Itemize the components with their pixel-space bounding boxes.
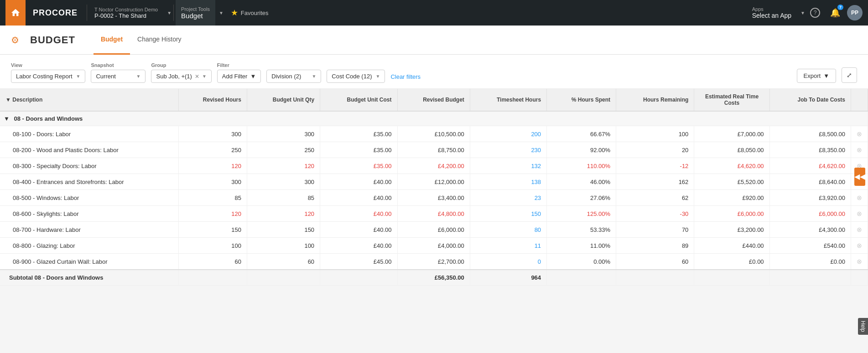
cell-revised-hours: 60: [178, 254, 247, 270]
cell-job-to-date: £4,620.00: [769, 158, 851, 174]
row-remove-button[interactable]: ⊗: [857, 242, 862, 249]
cell-budget-unit-cost: £40.00: [320, 222, 397, 238]
scroll-left-button[interactable]: ◀◀: [854, 168, 865, 186]
favourites-button[interactable]: ★ Favourites: [223, 8, 276, 18]
cell-estimated-real-time: £5,520.00: [694, 174, 769, 190]
group-select-value: Sub Job, +(1): [156, 73, 192, 80]
cell-revised-hours: 300: [178, 174, 247, 190]
home-button[interactable]: [5, 0, 26, 26]
cell-estimated-real-time: £920.00: [694, 190, 769, 206]
fullscreen-button[interactable]: ⤢: [842, 67, 857, 83]
cell-hours-remaining: 89: [616, 238, 694, 254]
group-select[interactable]: Sub Job, +(1) ✕ ▼: [151, 70, 211, 83]
cell-row-action: ⊗: [851, 238, 868, 254]
subtotal-pct: [547, 270, 616, 286]
cell-timesheet-hours: 80: [470, 222, 546, 238]
cell-revised-budget: £8,750.00: [397, 142, 470, 158]
cell-budget-unit-cost: £35.00: [320, 142, 397, 158]
cell-job-to-date: £8,500.00: [769, 126, 851, 142]
export-arrow: ▼: [823, 72, 829, 79]
subtotal-hours-remaining: [616, 270, 694, 286]
cell-budget-unit-qty: 250: [247, 142, 320, 158]
cell-pct-hours-spent: 66.67%: [547, 126, 616, 142]
cell-budget-unit-cost: £40.00: [320, 174, 397, 190]
cell-budget-unit-qty: 85: [247, 190, 320, 206]
apps-dropdown-arrow[interactable]: ▼: [800, 10, 805, 15]
tools-dropdown-arrow[interactable]: ▼: [219, 10, 223, 15]
cost-code-filter-value: Cost Code (12): [332, 73, 372, 80]
cell-revised-hours: 250: [178, 142, 247, 158]
cost-code-filter[interactable]: Cost Code (12) ▼: [327, 70, 385, 83]
cell-budget-unit-cost: £40.00: [320, 190, 397, 206]
row-remove-button[interactable]: ⊗: [857, 210, 862, 217]
toolbar: View Labor Costing Report ▼ Snapshot Cur…: [0, 55, 868, 89]
budget-table: ▼ Description Revised Hours Budget Unit …: [0, 89, 868, 286]
cell-revised-hours: 100: [178, 238, 247, 254]
row-remove-button[interactable]: ⊗: [857, 146, 862, 153]
collapse-icon[interactable]: ▼: [4, 115, 10, 122]
question-icon: ?: [810, 8, 820, 18]
subtotal-timesheet-hours: 964: [470, 270, 546, 286]
cell-estimated-real-time: £6,000.00: [694, 206, 769, 222]
cost-code-dropdown-arrow: ▼: [375, 74, 380, 79]
row-remove-button[interactable]: ⊗: [857, 194, 862, 201]
filter-label: Filter: [217, 62, 261, 68]
col-timesheet-hours: Timesheet Hours: [470, 89, 546, 111]
row-remove-button[interactable]: ⊗: [857, 226, 862, 233]
cell-job-to-date: £8,640.00: [769, 174, 851, 190]
help-button[interactable]: ?: [807, 5, 823, 21]
cell-estimated-real-time: £8,050.00: [694, 142, 769, 158]
cell-revised-budget: £2,700.00: [397, 254, 470, 270]
row-remove-button[interactable]: ⊗: [857, 258, 862, 265]
gear-icon: ⚙: [11, 35, 19, 46]
tab-change-history[interactable]: Change History: [130, 26, 189, 55]
view-select[interactable]: Labor Costing Report ▼: [11, 70, 85, 83]
cell-estimated-real-time: £440.00: [694, 238, 769, 254]
cell-hours-remaining: -30: [616, 206, 694, 222]
row-remove-button[interactable]: ⊗: [857, 130, 862, 138]
add-filter-button[interactable]: Add Filter ▼: [217, 70, 261, 83]
group-clear-icon[interactable]: ✕: [195, 73, 199, 80]
cell-budget-unit-cost: £40.00: [320, 238, 397, 254]
subtotal-budget-qty: [247, 270, 320, 286]
project-dropdown-arrow[interactable]: ▼: [167, 10, 172, 15]
tab-budget[interactable]: Budget: [94, 26, 130, 55]
export-button[interactable]: Export ▼: [797, 69, 836, 83]
cell-revised-hours: 150: [178, 222, 247, 238]
notifications-button[interactable]: 🔔 7: [827, 5, 843, 21]
apps-label: Apps: [752, 6, 791, 12]
division-filter[interactable]: Division (2) ▼: [266, 70, 321, 83]
cell-row-action: ⊗: [851, 206, 868, 222]
subtotal-budget-cost: [320, 270, 397, 286]
cell-description: 08-900 - Glazed Curtain Wall: Labor: [0, 254, 178, 270]
cell-job-to-date: £540.00: [769, 238, 851, 254]
sort-icon[interactable]: ▼: [5, 97, 11, 103]
cell-revised-budget: £4,200.00: [397, 158, 470, 174]
col-estimated-real-time: Estimated Real Time Costs: [694, 89, 769, 111]
user-avatar[interactable]: PP: [847, 5, 863, 20]
sub-navigation: Budget Change History: [94, 26, 189, 55]
clear-filters-button[interactable]: Clear filters: [390, 71, 421, 83]
apps-value: Select an App: [752, 12, 791, 19]
subtotal-jtd: [769, 270, 851, 286]
favourites-label: Favourites: [241, 10, 269, 16]
cell-estimated-real-time: £4,620.00: [694, 158, 769, 174]
apps-selector[interactable]: Apps Select an App: [747, 6, 797, 19]
table-row: 08-200 - Wood and Plastic Doors: Labor 2…: [0, 142, 868, 158]
cell-description: 08-500 - Windows: Labor: [0, 190, 178, 206]
project-selector[interactable]: T Noctor Construction Demo P-0002 - The …: [89, 7, 163, 19]
cell-row-action: ⊗: [851, 190, 868, 206]
view-group: View Labor Costing Report ▼: [11, 62, 85, 83]
cell-revised-hours: 85: [178, 190, 247, 206]
snapshot-group: Snapshot Current ▼: [91, 62, 146, 83]
cell-revised-budget: £4,800.00: [397, 206, 470, 222]
group-header-cell: ▼ 08 - Doors and Windows: [0, 111, 868, 126]
cell-description: 08-800 - Glazing: Labor: [0, 238, 178, 254]
division-dropdown-arrow: ▼: [312, 74, 316, 79]
cell-timesheet-hours: 150: [470, 206, 546, 222]
cell-timesheet-hours: 132: [470, 158, 546, 174]
cell-pct-hours-spent: 125.00%: [547, 206, 616, 222]
project-tools-selector[interactable]: Project Tools Budget: [176, 0, 215, 26]
snapshot-select[interactable]: Current ▼: [91, 70, 146, 83]
cell-hours-remaining: 60: [616, 254, 694, 270]
